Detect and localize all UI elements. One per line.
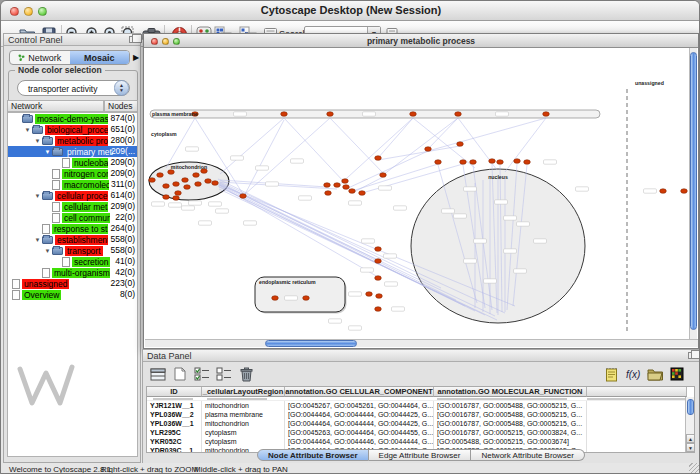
tree-row[interactable]: multi-organism pro42(0)	[8, 267, 137, 278]
table-vertical-scrollbar[interactable]: ▲ ▼	[685, 397, 694, 452]
resize-grip[interactable]	[689, 463, 700, 474]
hscroll-thumb[interactable]	[265, 340, 357, 347]
tree-row[interactable]: cell communicat22(0)	[8, 212, 137, 223]
graph-node[interactable]	[212, 181, 219, 186]
graph-node[interactable]	[375, 259, 382, 264]
expand-arrow-icon[interactable]: ▼	[43, 248, 52, 254]
graph-node[interactable]	[193, 173, 200, 178]
tree-row[interactable]: response to stimulu264(0)	[8, 223, 137, 234]
graph-node[interactable]	[182, 178, 189, 183]
import-folder-icon[interactable]	[645, 364, 665, 384]
graph-node[interactable]	[173, 182, 180, 187]
tree-row[interactable]: mosaic-demo-yeast874(0)	[8, 113, 137, 124]
tab-edge-attribute-browser[interactable]: Edge Attribute Browser	[369, 449, 472, 461]
attribute-notepad-icon[interactable]	[601, 364, 621, 384]
graph-node[interactable]	[163, 184, 170, 189]
tree-row[interactable]: nucleobase-209(0)	[8, 157, 137, 168]
tree-row[interactable]: Overview8(0)	[8, 289, 137, 300]
graph-node[interactable]	[460, 160, 467, 165]
graph-node[interactable]	[342, 179, 349, 184]
graph-node[interactable]	[168, 170, 175, 175]
graph-node[interactable]	[359, 191, 366, 196]
graph-node[interactable]	[489, 159, 496, 164]
tree-row[interactable]: ▼transport558(0)	[8, 245, 137, 256]
tree-row[interactable]: unassigned223(0)	[8, 278, 137, 289]
network-canvas[interactable]: plasma membranecytoplasmmitochondrionnuc…	[145, 48, 690, 340]
expand-arrow-icon[interactable]: ▼	[33, 237, 42, 243]
graph-node[interactable]	[149, 178, 156, 183]
unselect-attributes-icon[interactable]	[214, 364, 234, 384]
tree-row[interactable]: nitrogen compo209(0)	[8, 168, 137, 179]
combo-stepper-icon[interactable]: ▲▼	[114, 80, 129, 96]
graph-node[interactable]	[543, 112, 550, 117]
column-header[interactable]: ID	[147, 387, 202, 397]
column-header[interactable]: annotation.GO MOLECULAR_FUNCTION	[434, 387, 587, 397]
delete-attribute-trash-icon[interactable]	[236, 364, 256, 384]
tab-overflow-arrow-icon[interactable]: ▶	[133, 53, 139, 62]
graph-node[interactable]	[524, 160, 531, 165]
graph-node[interactable]	[375, 276, 382, 281]
graph-node[interactable]	[455, 112, 462, 117]
graph-node[interactable]	[375, 247, 382, 252]
tree-row[interactable]: ▼cellular process614(0)	[8, 190, 137, 201]
scroll-up-arrow[interactable]: ▲	[686, 434, 695, 443]
select-attributes-icon[interactable]	[192, 364, 212, 384]
tree-header-nodes[interactable]: Nodes	[104, 100, 138, 112]
graph-node[interactable]	[380, 173, 387, 178]
tree-row[interactable]: ▼primary metabol209(...	[8, 146, 137, 157]
graph-node[interactable]	[343, 185, 350, 190]
tree-row[interactable]: ▼biological_process651(0)	[8, 124, 137, 135]
graph-node[interactable]	[184, 185, 191, 190]
graph-node[interactable]	[325, 191, 332, 196]
graph-node[interactable]	[425, 147, 432, 152]
vscroll-thumb[interactable]	[690, 52, 697, 330]
tree-row[interactable]: ▼establishment of lo558(0)	[8, 234, 137, 245]
expand-arrow-icon[interactable]: ▼	[33, 193, 42, 199]
table-row[interactable]: YJR121W__1mitochondrion[GO:0045267, GO:0…	[147, 401, 694, 410]
tree-row[interactable]: ▼metabolic process280(0)	[8, 135, 137, 146]
network-horizontal-scrollbar[interactable]	[145, 339, 698, 347]
column-header[interactable]: _cellularLayoutRegion	[202, 387, 285, 397]
network-window-titlebar[interactable]: primary metabolic process	[144, 34, 698, 48]
graph-node[interactable]	[366, 292, 373, 297]
graph-node[interactable]	[324, 183, 331, 188]
column-header[interactable]: annotation.GO CELLULAR_COMPONENT	[285, 387, 434, 397]
graph-node[interactable]	[327, 112, 334, 117]
graph-node[interactable]	[375, 156, 382, 161]
tab-node-attribute-browser[interactable]: Node Attribute Browser	[257, 449, 369, 461]
float-panel-icon[interactable]	[129, 36, 137, 43]
attribute-table[interactable]: ID_cellularLayoutRegionannotation.GO CEL…	[146, 386, 695, 453]
table-row[interactable]: YPL036W__2plasma membrane[GO:0044464, GO…	[147, 410, 694, 419]
tree-header-network[interactable]: Network	[7, 100, 104, 112]
tree-row[interactable]: cellular metabo209(0)	[8, 201, 137, 212]
tab-network[interactable]: Network	[10, 51, 70, 64]
table-row[interactable]: YLR295Ccytoplasm[GO:0045263, GO:0044464,…	[147, 428, 694, 437]
graph-node[interactable]	[376, 294, 383, 299]
graph-node[interactable]	[514, 159, 521, 164]
graph-node[interactable]	[163, 195, 170, 200]
float-panel-icon[interactable]	[688, 352, 696, 359]
expand-arrow-icon[interactable]: ▼	[33, 138, 42, 144]
expand-arrow-icon[interactable]: ▼	[23, 127, 32, 133]
graph-node[interactable]	[157, 173, 164, 178]
graph-node[interactable]	[205, 179, 212, 184]
table-scroll-thumb[interactable]	[687, 399, 694, 415]
graph-node[interactable]	[681, 189, 688, 194]
graph-node[interactable]	[272, 296, 279, 301]
graph-node[interactable]	[660, 189, 667, 194]
table-row[interactable]: YPL036W__1mitochondrion[GO:0044464, GO:0…	[147, 419, 694, 428]
graph-node[interactable]	[410, 112, 417, 117]
network-vertical-scrollbar[interactable]	[689, 48, 697, 340]
graph-node[interactable]	[173, 196, 180, 201]
tab-network-attribute-browser[interactable]: Network Attribute Browser	[471, 449, 584, 461]
tree-row[interactable]: secretion41(0)	[8, 256, 137, 267]
table-row[interactable]: YKR052Ccytoplasm[GO:0044464, GO:0044446,…	[147, 437, 694, 446]
graph-node[interactable]	[303, 296, 310, 301]
tree-row[interactable]: macromolecule311(0)	[8, 179, 137, 190]
graph-node[interactable]	[349, 189, 356, 194]
graph-node[interactable]	[240, 194, 247, 199]
expand-arrow-icon[interactable]: ▼	[43, 149, 52, 155]
node-color-select[interactable]: transporter activity ▲▼	[17, 80, 130, 96]
graph-node[interactable]	[457, 142, 464, 147]
graph-node[interactable]	[435, 160, 442, 165]
